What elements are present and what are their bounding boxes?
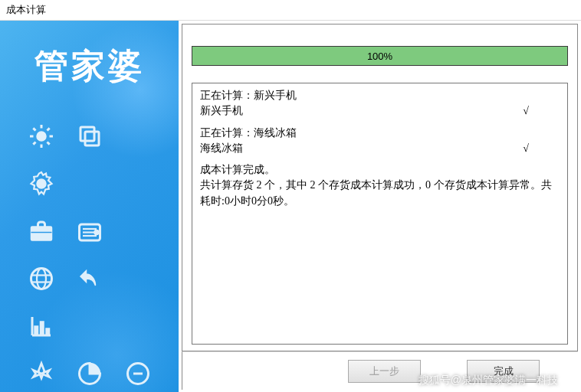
copy-icon — [73, 119, 107, 153]
undo-icon — [73, 262, 107, 296]
checkmark-icon: √ — [523, 141, 560, 156]
svg-point-0 — [37, 132, 46, 141]
progress-label: 100% — [367, 51, 392, 62]
main-content-area: 100% 正在计算：新兴手机 新兴手机 √ 正在计算：海线冰箱 海线冰箱 √ — [182, 24, 578, 351]
placeholder-icon-7 — [121, 309, 155, 343]
placeholder-icon-6 — [73, 309, 107, 343]
main-panel: 100% 正在计算：新兴手机 新兴手机 √ 正在计算：海线冰箱 海线冰箱 √ — [179, 21, 581, 392]
placeholder-icon-4 — [121, 214, 155, 248]
sun-icon — [25, 119, 58, 153]
svg-rect-11 — [31, 227, 51, 240]
checkmark-icon: √ — [523, 103, 560, 119]
placeholder-icon — [121, 119, 155, 153]
placeholder-icon-3 — [121, 167, 155, 201]
log-line: 共计算存货 2 个，其中 2 个存货成本计算成功，0 个存货成本计算异常。共耗时… — [200, 179, 552, 206]
log-line: 正在计算：海线冰箱 — [200, 126, 297, 141]
svg-line-8 — [47, 128, 49, 130]
button-bar: 上一步 完成 — [182, 351, 578, 390]
svg-point-19 — [37, 269, 46, 289]
window-title: 成本计算 — [6, 4, 46, 15]
progress-bar: 100% — [192, 46, 568, 66]
svg-rect-10 — [80, 127, 94, 141]
svg-rect-24 — [34, 326, 38, 335]
svg-rect-26 — [46, 328, 50, 335]
placeholder-icon-5 — [121, 262, 155, 296]
svg-rect-9 — [85, 132, 99, 145]
svg-line-5 — [33, 128, 35, 130]
finish-button[interactable]: 完成 — [467, 360, 540, 383]
log-line: 海线冰箱 — [200, 141, 243, 156]
window-title-bar: 成本计算 — [0, 0, 581, 21]
wallet-icon — [73, 214, 107, 248]
svg-point-17 — [94, 230, 99, 235]
sidebar-icon-grid — [0, 119, 179, 390]
prev-button: 上一步 — [348, 360, 421, 383]
svg-line-6 — [47, 142, 49, 145]
log-line: 正在计算：新兴手机 — [200, 88, 297, 103]
brand-logo: 管家婆 — [0, 21, 179, 119]
svg-point-18 — [31, 269, 51, 289]
log-line: 新兴手机 — [200, 103, 243, 119]
briefcase-icon — [25, 214, 58, 248]
svg-line-7 — [33, 142, 35, 145]
sidebar: 管家婆 — [0, 21, 179, 392]
log-line: 成本计算完成。 — [200, 162, 275, 178]
minus-circle-icon — [121, 357, 155, 390]
svg-rect-25 — [40, 322, 44, 335]
bar-chart-icon — [25, 309, 58, 343]
log-output[interactable]: 正在计算：新兴手机 新兴手机 √ 正在计算：海线冰箱 海线冰箱 √ 成本计算完成… — [192, 83, 568, 345]
globe-icon — [25, 262, 58, 296]
pie-chart-icon — [73, 357, 107, 390]
gear-icon — [25, 167, 58, 201]
star-icon — [25, 357, 58, 390]
placeholder-icon-2 — [73, 167, 107, 201]
